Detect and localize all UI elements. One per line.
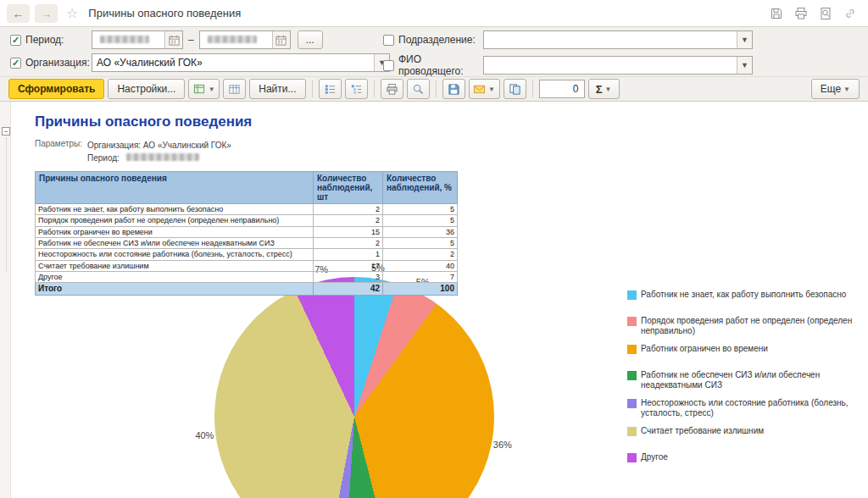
value-cell: 40 <box>383 260 458 271</box>
table-row[interactable]: Считает требование излишним1740 <box>36 260 458 271</box>
value-cell: 1 <box>314 249 383 260</box>
forward-button[interactable]: → <box>35 4 58 23</box>
checkbox-icon <box>383 60 394 71</box>
preview-icon[interactable] <box>818 6 833 21</box>
conductor-filter-label: ФИО проводящего: <box>398 53 483 77</box>
column-header-percent: Количество наблюдений, % <box>383 172 458 204</box>
cause-name-cell: Неосторожность или состояние работника (… <box>36 249 314 260</box>
expand-groups-button[interactable] <box>319 79 342 99</box>
organization-combo[interactable]: АО «Учалинский ГОК» ▼ <box>92 53 390 72</box>
value-cell: 3 <box>314 272 383 283</box>
organization-filter-checkbox[interactable]: Организация: <box>10 57 92 69</box>
print-icon[interactable] <box>793 6 809 21</box>
variants-grid-icon <box>193 83 206 96</box>
report-title: Причины опасного поведения <box>35 113 868 130</box>
toolbar-separator <box>374 80 375 97</box>
link-icon[interactable] <box>843 6 858 21</box>
division-combo[interactable]: ▼ <box>483 30 753 49</box>
report-table: Причины опасного поведения Количество на… <box>35 171 458 296</box>
table-row[interactable]: Работник не знает, как работу выполнить … <box>36 204 458 215</box>
value-cell: 36 <box>383 226 458 237</box>
table-row[interactable]: Порядок проведения работ не определен (о… <box>36 215 458 226</box>
cause-name-cell: Работник не знает, как работу выполнить … <box>36 204 314 215</box>
send-mail-button[interactable]: ▼ <box>469 79 500 99</box>
value-cell: 2 <box>314 238 383 249</box>
magnifier-icon <box>412 83 425 96</box>
back-button[interactable]: ← <box>7 4 30 23</box>
period-from-field[interactable] <box>92 30 183 49</box>
value-cell: 5 <box>383 215 458 226</box>
value-cell: 7 <box>383 272 458 283</box>
save-icon[interactable] <box>769 6 784 21</box>
division-filter-checkbox[interactable]: Подразделение: <box>383 34 483 46</box>
chevron-down-icon: ▼ <box>604 86 611 93</box>
top-toolbar: ← → ☆ Причины опасного поведения <box>0 0 868 27</box>
conductor-filter-checkbox[interactable]: ФИО проводящего: <box>383 53 483 77</box>
calendar-icon[interactable] <box>272 31 290 48</box>
report-content: Причины опасного поведения Параметры: Ор… <box>11 102 868 498</box>
value-cell: 17 <box>314 260 383 271</box>
autosum-field[interactable]: 0 <box>539 80 585 98</box>
collapse-list-icon <box>350 83 363 96</box>
app-window: ← → ☆ Причины опасного поведения П <box>0 0 868 498</box>
organization-value: АО «Учалинский ГОК» <box>92 57 374 69</box>
print-preview-button[interactable] <box>407 79 430 99</box>
collapse-groups-button[interactable] <box>345 79 368 99</box>
table-row[interactable]: Работник ограничен во времени1536 <box>36 226 458 237</box>
generate-button[interactable]: Сформировать <box>8 79 104 99</box>
report-parameters: Параметры: Организация: АО «Учалинский Г… <box>35 139 868 164</box>
table-settings-button[interactable] <box>223 79 246 99</box>
sum-button[interactable]: Σ ▼ <box>588 79 620 99</box>
value-cell: 5 <box>383 204 458 215</box>
report-area: 5%5%36%5%2%40%7% Работник не знает, как … <box>0 102 868 498</box>
parameter-organization: Организация: АО «Учалинский ГОК» <box>87 139 231 152</box>
parameter-period-label: Период: <box>87 153 120 163</box>
checkbox-icon <box>10 35 21 46</box>
save-result-button[interactable] <box>442 79 465 99</box>
window-actions <box>769 6 861 21</box>
envelope-icon <box>473 83 486 96</box>
toolbar-separator <box>532 80 533 97</box>
table-row[interactable]: Работник не обеспечен СИЗ и/или обеспече… <box>36 238 458 249</box>
toolbar-separator <box>312 80 313 97</box>
cause-name-cell: Считает требование излишним <box>36 260 314 271</box>
report-toolbar: Сформировать Настройки... ▼ Найти... <box>0 76 868 102</box>
settings-button[interactable]: Настройки... <box>108 79 185 99</box>
table-header-row: Причины опасного поведения Количество на… <box>36 172 458 204</box>
collapse-group-button[interactable]: − <box>2 127 10 136</box>
favorite-star-icon[interactable]: ☆ <box>66 5 78 21</box>
calendar-icon[interactable] <box>164 31 182 48</box>
chevron-down-icon: ▼ <box>843 86 850 93</box>
find-button[interactable]: Найти... <box>249 79 305 99</box>
chevron-down-icon[interactable]: ▼ <box>737 31 752 48</box>
more-button[interactable]: Еще ▼ <box>811 79 860 99</box>
total-label-cell: Итого <box>36 283 314 296</box>
grouping-gutter: − <box>0 102 11 498</box>
autosum-value: 0 <box>573 83 579 95</box>
period-options-button[interactable]: ... <box>298 30 323 49</box>
cause-name-cell: Другое <box>36 272 314 283</box>
chevron-down-icon[interactable]: ▼ <box>737 57 752 74</box>
value-cell: 15 <box>314 226 383 237</box>
report-table-body: Работник не знает, как работу выполнить … <box>36 204 458 283</box>
column-header-cause: Причины опасного поведения <box>36 172 314 204</box>
total-row[interactable]: Итого 42 100 <box>36 283 458 296</box>
redacted-date-value <box>100 36 149 43</box>
period-filter-checkbox[interactable]: Период: <box>10 34 92 46</box>
cause-name-cell: Порядок проведения работ не определен (о… <box>36 215 314 226</box>
checkbox-icon <box>383 35 394 46</box>
chevron-down-icon: ▼ <box>209 86 215 93</box>
print-button[interactable] <box>381 79 403 99</box>
value-cell: 2 <box>314 215 383 226</box>
arrow-left-icon: ← <box>13 7 25 20</box>
report-variants-button[interactable]: ▼ <box>188 79 220 99</box>
period-to-field[interactable] <box>199 30 291 49</box>
conductor-combo[interactable]: ▼ <box>483 56 753 75</box>
table-row[interactable]: Другое37 <box>36 272 458 283</box>
table-grid-icon <box>228 83 241 96</box>
arrow-right-icon: → <box>41 7 53 20</box>
window-title: Причины опасного поведения <box>88 7 241 19</box>
table-row[interactable]: Неосторожность или состояние работника (… <box>36 249 458 260</box>
copy-button[interactable] <box>504 79 526 99</box>
parameters-label: Параметры: <box>35 139 87 164</box>
